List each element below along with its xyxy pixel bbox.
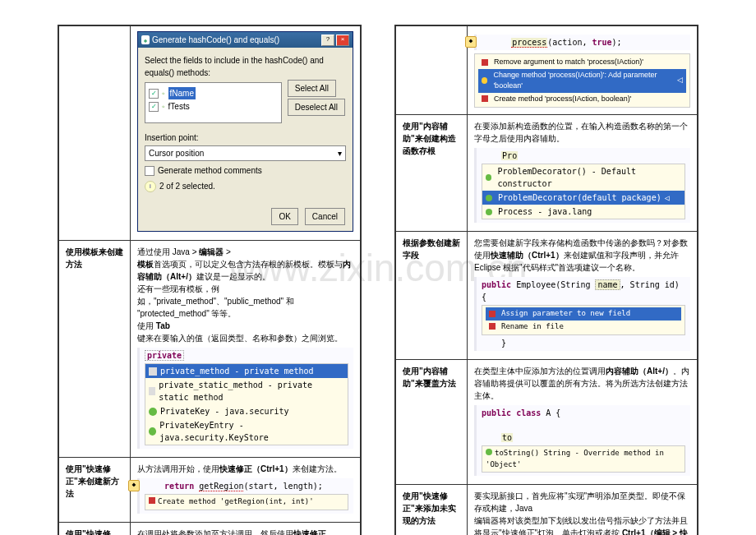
- code-snippet: public Employee(String name, String id) …: [474, 277, 690, 351]
- menu-item[interactable]: Process - java.lang: [482, 205, 685, 219]
- select-all-button[interactable]: Select All: [288, 80, 336, 97]
- quickfix-icon[interactable]: ◆: [128, 480, 140, 491]
- field-fname[interactable]: fName: [168, 87, 196, 99]
- row-label: 使用模板来创建方法: [59, 241, 131, 458]
- deselect-all-button[interactable]: Deselect All: [288, 99, 345, 116]
- autocomplete-menu: private_method - private method private_…: [145, 363, 348, 445]
- dialog-titlebar: ⬥Generate hashCode() and equals()?×: [138, 32, 353, 48]
- code-snippet: Pro ProblemDecorator() - Default constru…: [474, 148, 690, 223]
- code-snippet: ◆ process(action, true);: [474, 35, 690, 50]
- menu-item[interactable]: Assign parameter to new field: [486, 307, 681, 321]
- row-label: 根据参数创建新字段: [396, 232, 468, 360]
- row-label: 使用"内容辅助"来覆盖方法: [396, 360, 468, 485]
- quickfix-tip[interactable]: Create method 'getRegion(int, int)': [145, 494, 348, 510]
- menu-item[interactable]: private_method - private method: [145, 364, 348, 378]
- code-snippet: public class A { to toString() String - …: [474, 405, 690, 476]
- menu-item[interactable]: ProblemDecorator(default package) ◁: [482, 191, 685, 205]
- quickfix-menu: Remove argument to match 'process(IActio…: [474, 53, 690, 108]
- generate-comments-label: Generate method comments: [158, 164, 262, 177]
- dialog-instruction: Select the fields to include in the hash…: [145, 54, 346, 79]
- row-label: 使用"内容辅助"来创建构造函数存根: [396, 115, 468, 232]
- checkbox-icon[interactable]: ✓: [149, 89, 159, 99]
- row-label: 使用"快速修正"来创建新方法: [59, 458, 131, 523]
- insertion-point-select[interactable]: Cursor position▾: [145, 145, 346, 161]
- menu-item[interactable]: Rename in file: [486, 321, 681, 334]
- chevron-down-icon: ▾: [338, 147, 342, 159]
- close-icon[interactable]: ×: [336, 35, 349, 46]
- row-label: 使用"快速修正"来更改方法特征符: [59, 522, 131, 535]
- row-label: 使用"快速修正"来添加未实现的方法: [396, 485, 468, 536]
- menu-item[interactable]: PrivateKeyEntry - java.security.KeyStore: [145, 418, 348, 445]
- insertion-label: Insertion point:: [145, 131, 346, 144]
- cancel-button[interactable]: Cancel: [305, 208, 345, 225]
- help-icon[interactable]: ?: [321, 35, 334, 46]
- quickfix-icon[interactable]: ◆: [465, 36, 477, 48]
- code-snippet: private private_method - private method …: [137, 348, 353, 449]
- quickfix-tip[interactable]: toString() String - Override method in '…: [482, 445, 685, 473]
- dialog-title: Generate hashCode() and equals(): [152, 35, 279, 44]
- code-snippet: ◆ return getRegion(start, length); Creat…: [137, 478, 353, 514]
- menu-item[interactable]: Change method 'process(IAction)': Add pa…: [478, 69, 686, 93]
- field-ftests[interactable]: fTests: [168, 100, 190, 113]
- generate-dialog: ⬥Generate hashCode() and equals()?× Sele…: [137, 31, 353, 232]
- info-icon: i: [145, 181, 156, 192]
- checkbox-icon[interactable]: ✓: [145, 166, 154, 176]
- ok-button[interactable]: OK: [271, 208, 297, 225]
- dialog-status: 2 of 2 selected.: [159, 180, 215, 192]
- checkbox-icon[interactable]: ✓: [149, 102, 159, 112]
- menu-item[interactable]: Remove argument to match 'process(IActio…: [478, 56, 686, 69]
- quickfix-menu: Assign parameter to new fieldRename in f…: [482, 305, 685, 335]
- menu-item[interactable]: ProblemDecorator() - Default constructor: [482, 164, 685, 191]
- menu-item[interactable]: Create method 'process(IAction, boolean)…: [478, 93, 686, 106]
- menu-item[interactable]: PrivateKey - java.security: [145, 404, 348, 418]
- menu-item[interactable]: private_static_method - private static m…: [145, 378, 348, 404]
- field-list[interactable]: ✓◦fName ✓◦fTests: [145, 82, 282, 123]
- autocomplete-menu: ProblemDecorator() - Default constructor…: [482, 164, 685, 219]
